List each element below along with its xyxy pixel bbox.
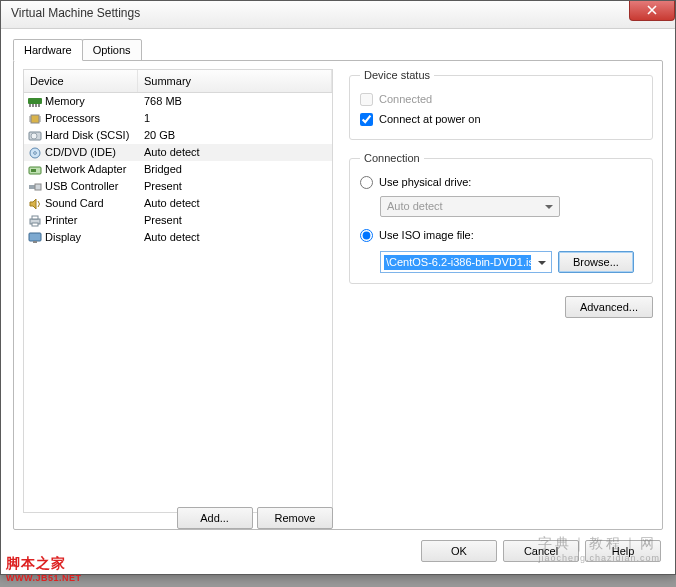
physical-drive-dropdown: Auto detect	[380, 196, 560, 217]
device-summary: Bridged	[138, 161, 332, 178]
cpu-icon	[28, 113, 42, 125]
add-button[interactable]: Add...	[177, 507, 253, 529]
device-name: Memory	[45, 93, 85, 110]
dialog-buttons: OK Cancel Help	[421, 540, 661, 562]
device-row-memory[interactable]: Memory768 MB	[24, 93, 332, 110]
device-summary: Auto detect	[138, 195, 332, 212]
device-list-header[interactable]: Device Summary	[23, 69, 333, 93]
device-row-printer[interactable]: PrinterPresent	[24, 212, 332, 229]
device-list-pane: Device Summary Memory768 MBProcessors1Ha…	[23, 69, 333, 513]
svg-rect-18	[29, 185, 35, 189]
device-summary: 1	[138, 110, 332, 127]
svg-rect-0	[28, 98, 42, 104]
device-row-network-adapter[interactable]: Network AdapterBridged	[24, 161, 332, 178]
device-summary: Present	[138, 212, 332, 229]
ok-button[interactable]: OK	[421, 540, 497, 562]
svg-rect-24	[33, 241, 37, 243]
help-button[interactable]: Help	[585, 540, 661, 562]
connect-at-poweron-checkbox[interactable]	[360, 113, 373, 126]
device-name: Printer	[45, 212, 77, 229]
window-title: Virtual Machine Settings	[11, 6, 140, 20]
device-detail-pane: Device status Connected Connect at power…	[349, 69, 653, 318]
watermark-main: 脚本之家	[6, 555, 66, 571]
titlebar[interactable]: Virtual Machine Settings	[1, 1, 675, 29]
col-device[interactable]: Device	[24, 70, 138, 92]
connected-checkbox	[360, 93, 373, 106]
device-name: Display	[45, 229, 81, 246]
browse-button[interactable]: Browse...	[558, 251, 634, 273]
usb-icon	[28, 181, 42, 193]
svg-rect-22	[32, 223, 38, 226]
svg-rect-21	[32, 216, 38, 219]
sound-icon	[28, 198, 42, 210]
device-row-hard-disk-scsi-[interactable]: Hard Disk (SCSI)20 GB	[24, 127, 332, 144]
display-icon	[28, 232, 42, 244]
device-name: Hard Disk (SCSI)	[45, 127, 129, 144]
client-area: HardwareOptions Device Summary Memory768…	[1, 29, 675, 574]
tabstrip: HardwareOptions	[13, 39, 142, 61]
device-row-display[interactable]: DisplayAuto detect	[24, 229, 332, 246]
connection-legend: Connection	[360, 152, 424, 164]
watermark-sub: WWW.JB51.NET	[6, 573, 82, 583]
nic-icon	[28, 164, 42, 176]
device-summary: Present	[138, 178, 332, 195]
svg-point-15	[34, 151, 37, 154]
device-row-processors[interactable]: Processors1	[24, 110, 332, 127]
device-name: USB Controller	[45, 178, 118, 195]
device-status-group: Device status Connected Connect at power…	[349, 69, 653, 140]
device-row-usb-controller[interactable]: USB ControllerPresent	[24, 178, 332, 195]
col-summary[interactable]: Summary	[138, 70, 332, 92]
use-iso-radio[interactable]	[360, 229, 373, 242]
svg-rect-19	[35, 184, 41, 190]
connect-at-poweron-label: Connect at power on	[379, 113, 481, 125]
printer-icon	[28, 215, 42, 227]
connection-group: Connection Use physical drive: Auto dete…	[349, 152, 653, 284]
iso-path-combobox[interactable]: \CentOS-6.2-i386-bin-DVD1.iso	[380, 251, 552, 273]
tab-hardware[interactable]: Hardware	[13, 39, 83, 61]
close-button[interactable]	[629, 1, 675, 21]
device-status-legend: Device status	[360, 69, 434, 81]
use-iso-label: Use ISO image file:	[379, 229, 474, 241]
cancel-button[interactable]: Cancel	[503, 540, 579, 562]
connected-label: Connected	[379, 93, 432, 105]
device-name: CD/DVD (IDE)	[45, 144, 116, 161]
device-row-cd-dvd-ide-[interactable]: CD/DVD (IDE)Auto detect	[24, 144, 332, 161]
device-summary: 20 GB	[138, 127, 332, 144]
device-name: Processors	[45, 110, 100, 127]
use-physical-drive-radio[interactable]	[360, 176, 373, 189]
device-name: Sound Card	[45, 195, 104, 212]
tab-options[interactable]: Options	[82, 39, 142, 61]
remove-button[interactable]: Remove	[257, 507, 333, 529]
memory-icon	[28, 96, 42, 108]
iso-path-value: \CentOS-6.2-i386-bin-DVD1.iso	[384, 255, 531, 270]
advanced-button[interactable]: Advanced...	[565, 296, 653, 318]
svg-rect-5	[31, 115, 39, 123]
device-list[interactable]: Memory768 MBProcessors1Hard Disk (SCSI)2…	[23, 93, 333, 513]
watermark-jb51: 脚本之家 WWW.JB51.NET	[6, 555, 82, 583]
device-name: Network Adapter	[45, 161, 126, 178]
device-summary: Auto detect	[138, 144, 332, 161]
svg-rect-4	[38, 104, 40, 107]
svg-rect-3	[35, 104, 37, 107]
svg-rect-23	[29, 233, 41, 241]
settings-window: Virtual Machine Settings HardwareOptions…	[0, 0, 676, 575]
device-summary: 768 MB	[138, 93, 332, 110]
add-remove-bar: Add... Remove	[23, 507, 333, 529]
use-physical-drive-label: Use physical drive:	[379, 176, 471, 188]
device-summary: Auto detect	[138, 229, 332, 246]
device-row-sound-card[interactable]: Sound CardAuto detect	[24, 195, 332, 212]
svg-point-13	[31, 133, 37, 139]
hdd-icon	[28, 130, 42, 142]
svg-rect-2	[32, 104, 34, 107]
cd-icon	[28, 147, 42, 159]
svg-rect-17	[31, 169, 36, 172]
svg-rect-1	[29, 104, 31, 107]
